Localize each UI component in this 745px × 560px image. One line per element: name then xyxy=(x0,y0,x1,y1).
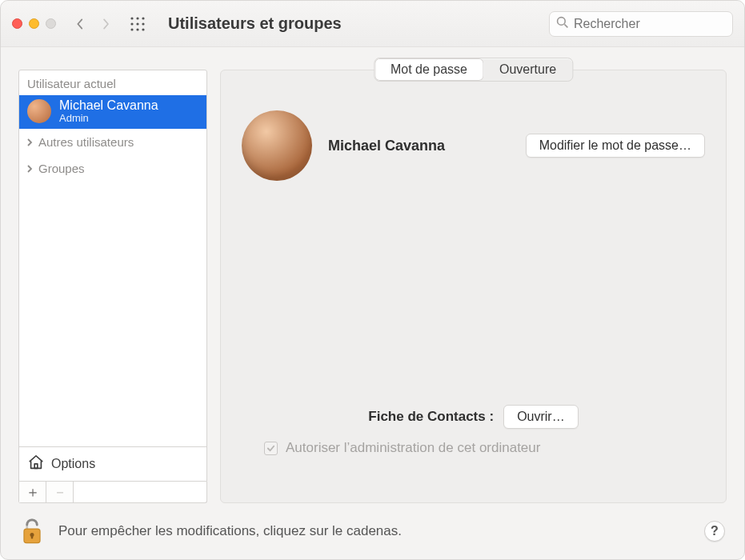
sidebar-user-name: Michael Cavanna xyxy=(59,98,158,113)
svg-rect-11 xyxy=(34,464,38,469)
svg-point-9 xyxy=(558,17,566,25)
user-avatar-small xyxy=(27,99,51,123)
svg-point-6 xyxy=(130,28,133,30)
admin-checkbox xyxy=(264,442,278,455)
contacts-label: Fiche de Contacts : xyxy=(368,409,494,425)
tab-login[interactable]: Ouverture xyxy=(483,58,572,81)
tab-password[interactable]: Mot de passe xyxy=(375,58,483,81)
footer: Pour empêcher les modifications, cliquez… xyxy=(1,503,744,559)
current-user-section-label: Utilisateur actuel xyxy=(19,70,206,95)
admin-checkbox-row: Autoriser l’administration de cet ordina… xyxy=(242,440,705,456)
preferences-window: Utilisateurs et groupes Utilisateur actu… xyxy=(0,0,745,560)
sidebar-other-users-label: Autres utilisateurs xyxy=(38,135,134,149)
search-input[interactable] xyxy=(574,17,734,31)
chevron-right-icon xyxy=(26,135,34,149)
back-button[interactable] xyxy=(77,18,88,30)
close-window-button[interactable] xyxy=(12,18,22,29)
svg-rect-14 xyxy=(31,535,34,539)
titlebar: Utilisateurs et groupes xyxy=(1,1,744,47)
user-full-name: Michael Cavanna xyxy=(328,138,445,154)
body: Utilisateur actuel Michael Cavanna Admin… xyxy=(1,47,744,503)
open-contacts-button[interactable]: Ouvrir… xyxy=(503,405,579,429)
user-header: Michael Cavanna Modifier le mot de passe… xyxy=(242,110,705,181)
svg-point-0 xyxy=(130,17,133,19)
sidebar-user-role: Admin xyxy=(59,113,158,124)
change-password-button[interactable]: Modifier le mot de passe… xyxy=(526,134,705,158)
sidebar-other-users[interactable]: Autres utilisateurs xyxy=(19,129,206,155)
sidebar-groups-label: Groupes xyxy=(38,162,85,175)
forward-button[interactable] xyxy=(102,18,114,30)
svg-point-1 xyxy=(136,17,138,19)
add-user-button[interactable]: ＋ xyxy=(19,482,46,502)
user-list: Utilisateur actuel Michael Cavanna Admin… xyxy=(18,70,207,482)
search-field[interactable] xyxy=(549,11,733,37)
search-icon xyxy=(556,16,569,32)
main-panel: Mot de passe Ouverture Michael Cavanna M… xyxy=(220,70,727,503)
home-icon xyxy=(27,454,45,474)
svg-line-10 xyxy=(564,24,567,27)
contacts-row: Fiche de Contacts : Ouvrir… xyxy=(242,405,705,429)
sidebar-options-label: Options xyxy=(51,457,95,471)
svg-point-5 xyxy=(142,22,144,25)
nav-buttons xyxy=(77,18,114,30)
lock-hint-text: Pour empêcher les modifications, cliquez… xyxy=(58,523,402,539)
window-controls xyxy=(12,18,56,29)
zoom-window-button xyxy=(46,18,56,29)
chevron-right-icon xyxy=(26,162,34,175)
svg-point-2 xyxy=(142,17,144,19)
sidebar-current-user[interactable]: Michael Cavanna Admin xyxy=(19,95,206,129)
lock-icon[interactable] xyxy=(20,517,44,546)
user-avatar[interactable] xyxy=(242,110,312,181)
minimize-window-button[interactable] xyxy=(29,18,39,29)
svg-point-7 xyxy=(136,28,138,30)
remove-user-button: － xyxy=(46,482,74,502)
sidebar-options[interactable]: Options xyxy=(19,446,206,481)
sidebar-groups[interactable]: Groupes xyxy=(19,155,206,182)
help-button[interactable]: ? xyxy=(704,521,725,542)
svg-point-4 xyxy=(136,22,138,25)
add-remove-bar: ＋ － xyxy=(18,482,207,503)
svg-point-8 xyxy=(142,28,144,30)
tab-segmented-control: Mot de passe Ouverture xyxy=(374,58,573,82)
show-all-icon[interactable] xyxy=(130,16,146,32)
window-title: Utilisateurs et groupes xyxy=(168,14,342,33)
admin-checkbox-label: Autoriser l’administration de cet ordina… xyxy=(286,440,540,456)
svg-point-3 xyxy=(130,22,133,25)
sidebar: Utilisateur actuel Michael Cavanna Admin… xyxy=(18,70,207,503)
